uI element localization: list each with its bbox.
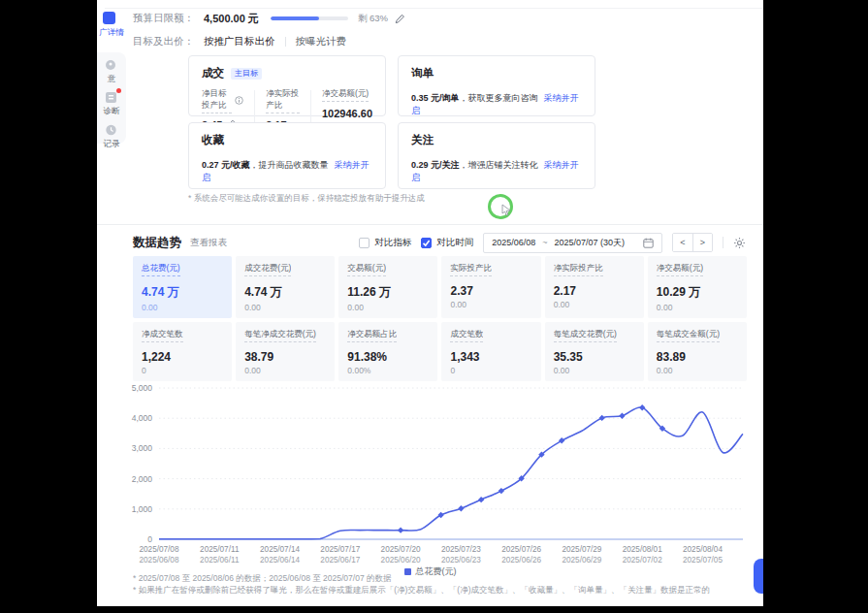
metric-card-0[interactable]: 总花费(元)4.74 万0.00 — [133, 256, 232, 318]
goal-price: 0.27 元/收藏 — [202, 160, 250, 170]
metric-card-label: 实际投产比 — [450, 263, 492, 276]
x-axis-compare-tick-label: 2025/06/26 — [501, 556, 541, 565]
metric-card-value: 83.89 — [657, 350, 738, 364]
x-axis-tick-label: 2025/07/29 — [562, 545, 601, 554]
bidding-label: 目标及出价： — [133, 35, 194, 48]
edit-budget-icon[interactable] — [395, 14, 405, 24]
metric-card-10[interactable]: 每笔成交花费(元)35.350.00 — [545, 322, 644, 381]
main-series-line — [159, 407, 743, 539]
metric-card-11[interactable]: 每笔成交金额(元)83.890.00 — [648, 322, 747, 381]
date-range-picker[interactable]: 2025/06/08 ~ 2025/07/07 (30天) — [483, 233, 662, 253]
x-axis-compare-tick-label: 2025/06/17 — [320, 556, 360, 565]
budget-remaining-label: 剩 63% — [358, 13, 388, 25]
promo-detail-icon — [103, 12, 115, 24]
metric-card-label: 每笔净成交花费(元) — [244, 329, 316, 342]
goal-card-inquiry: 询单 0.35 元/询单，获取更多意向咨询采纳并开启 — [398, 55, 595, 116]
metric-card-8[interactable]: 净交易额占比91.38%0.00% — [338, 322, 437, 381]
x-axis-compare-tick-label: 2025/07/02 — [623, 556, 662, 565]
prev-period-button[interactable]: < — [673, 234, 692, 251]
x-axis-tick-label: 2025/07/14 — [260, 545, 300, 554]
metric-card-value: 10.29 万 — [657, 284, 738, 301]
settings-gear-icon[interactable] — [733, 237, 746, 249]
metric-card-compare-value: 0.00 — [142, 303, 223, 312]
checkbox-icon — [359, 238, 370, 248]
period-pager: < > — [672, 233, 713, 252]
diagnose-icon — [106, 90, 118, 103]
goal-cards-grid: 成交 主目标 净目标投产比 2.45 净实际投产比 — [188, 55, 595, 189]
goal-card-title: 成交 — [202, 66, 224, 81]
goal-footnote: * 系统会尽可能达成你设置的目标，保持稳定投放有助于提升达成 — [188, 193, 425, 205]
metric-card-label: 成交花费(元) — [244, 263, 291, 276]
info-icon[interactable] — [235, 96, 243, 107]
history-icon — [106, 123, 118, 136]
sidebar-item-creative[interactable]: 意 — [97, 58, 126, 85]
metric-card-9[interactable]: 成交笔数1,3430 — [441, 322, 540, 381]
metric-cards-grid: 总花费(元)4.74 万0.00成交花费(元)4.74 万0.00交易额(元)1… — [133, 256, 747, 381]
trend-chart-svg: 01,0002,0003,0004,0005,0002025/07/082025… — [124, 374, 751, 566]
bidding-option-goal[interactable]: 按推广目标出价 — [204, 35, 275, 48]
floating-action-button[interactable] — [754, 559, 763, 594]
metric-card-3[interactable]: 实际投产比2.370.00 — [441, 256, 540, 318]
data-point-marker — [498, 488, 504, 494]
bidding-option-exposure[interactable]: 按曝光计费 — [296, 35, 347, 48]
metric-card-value: 11.26 万 — [347, 284, 429, 301]
x-axis-tick-label: 2025/07/26 — [501, 545, 541, 554]
metric-card-compare-value: 0.00 — [347, 303, 429, 312]
trend-chart: 01,0002,0003,0004,0005,0002025/07/082025… — [124, 374, 751, 566]
view-report-link[interactable]: 查看报表 — [190, 237, 227, 249]
next-period-button[interactable]: > — [692, 234, 712, 251]
section-divider — [97, 224, 763, 225]
y-axis-tick-label: 2,000 — [132, 474, 153, 484]
metric-card-value: 1,343 — [450, 350, 531, 364]
x-axis-compare-tick-label: 2025/06/11 — [200, 556, 240, 565]
compare-time-label: 对比时间 — [436, 237, 473, 249]
metric-card-1[interactable]: 成交花费(元)4.74 万0.00 — [236, 256, 335, 318]
metric-card-7[interactable]: 每笔净成交花费(元)38.790.00 — [236, 322, 335, 381]
x-axis-tick-label: 2025/08/04 — [683, 545, 723, 554]
metric-card-compare-value: 0.00 — [450, 300, 531, 309]
sidebar-item-promo-detail[interactable]: 广详情 — [97, 12, 126, 39]
data-point-marker — [619, 413, 625, 419]
goal-price: 0.35 元/询单 — [411, 93, 460, 103]
compare-metric-checkbox[interactable]: 对比指标 — [359, 237, 411, 249]
x-axis-compare-tick-label: 2025/06/20 — [381, 556, 421, 565]
chart-footnote-1: * 2025/07/08 至 2025/08/06 的数据；2025/06/08… — [133, 573, 734, 585]
main-goal-badge: 主目标 — [231, 68, 262, 80]
metric-card-label: 总花费(元) — [142, 263, 180, 276]
metric-card-value: 91.38% — [347, 350, 429, 364]
sidebar-item-history[interactable]: 记录 — [97, 123, 126, 150]
main-panel: 广详情 意 诊断 记录 预算日限额： 4,500.00 元 剩 6 — [97, 0, 763, 606]
metric-card-compare-value: 0.00 — [657, 303, 738, 312]
y-axis-tick-label: 5,000 — [132, 383, 153, 393]
budget-progress-bar — [271, 16, 348, 20]
metric-card-value: 38.79 — [244, 350, 326, 364]
metric-card-compare-value: 0.00 — [244, 303, 326, 312]
notification-dot — [116, 88, 121, 93]
sidebar-item-diagnose[interactable]: 诊断 — [97, 90, 126, 117]
click-indicator — [488, 194, 513, 219]
metric-card-2[interactable]: 交易额(元)11.26 万0.00 — [338, 256, 437, 318]
metric-card-6[interactable]: 净成交笔数1,2240 — [133, 322, 232, 381]
x-axis-tick-label: 2025/07/17 — [320, 545, 360, 554]
creative-icon — [106, 58, 118, 71]
compare-metric-label: 对比指标 — [374, 237, 411, 249]
metric-card-5[interactable]: 净交易额(元)10.29 万0.00 — [648, 256, 747, 318]
data-point-marker — [398, 527, 403, 532]
goal-card-follow: 关注 0.29 元/关注，增强店铺关注转化采纳并开启 — [398, 122, 595, 189]
goal-card-favorite: 收藏 0.27 元/收藏，提升商品收藏数量采纳并开启 — [188, 122, 386, 189]
cursor-icon — [501, 204, 512, 216]
x-axis-compare-tick-label: 2025/06/14 — [260, 556, 300, 565]
date-start: 2025/06/08 — [492, 238, 535, 247]
budget-value: 4,500.00 元 — [204, 12, 259, 26]
compare-time-checkbox[interactable]: 对比时间 — [421, 237, 473, 249]
x-axis-compare-tick-label: 2025/06/08 — [140, 556, 179, 565]
controls-divider — [723, 237, 723, 248]
metric-card-value: 35.35 — [554, 350, 635, 364]
metric-card-compare-value: 0.00 — [554, 300, 635, 309]
metric-card-4[interactable]: 净实际投产比2.170.00 — [545, 256, 644, 318]
metric-label: 净目标投产比 — [202, 88, 232, 113]
metric-card-label: 净成交笔数 — [142, 329, 183, 342]
goal-card-title: 询单 — [411, 66, 434, 81]
metric-card-value: 2.17 — [554, 284, 635, 298]
goal-desc: ，提升商品收藏数量 — [250, 160, 329, 170]
